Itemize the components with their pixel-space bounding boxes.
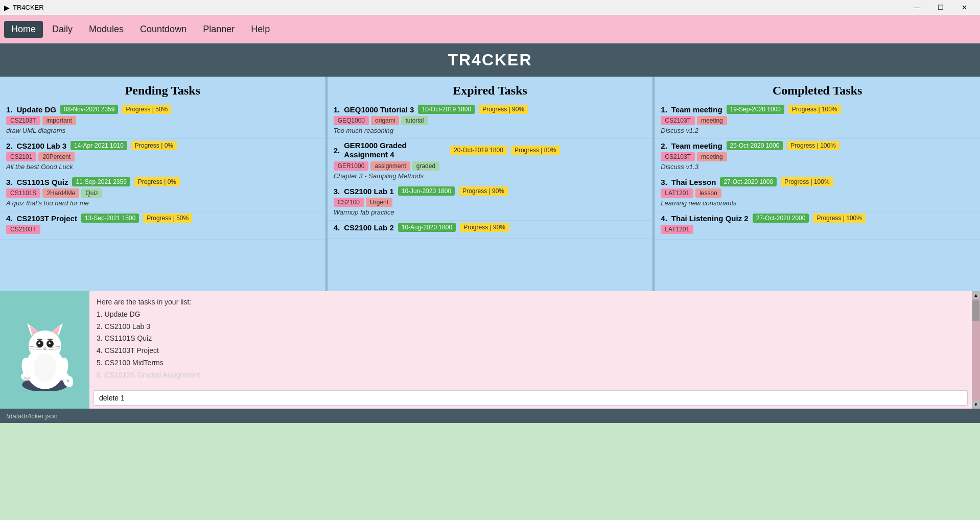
menu-item-modules[interactable]: Modules xyxy=(82,21,131,38)
scroll-up-button[interactable]: ▲ xyxy=(972,291,980,299)
scroll-track xyxy=(972,299,980,400)
pending-task-1: 1. Update DG 08-Nov-2020 2359 Progress |… xyxy=(0,103,325,139)
chat-item-2: 2. CS2100 Lab 3 xyxy=(97,321,965,333)
progress-badge: Progress | 90% xyxy=(460,223,509,232)
tag: GEQ1000 xyxy=(334,116,369,125)
chat-scrollbar[interactable]: ▲ ▼ xyxy=(972,291,980,409)
task-number: 1. xyxy=(6,105,13,114)
tag: origami xyxy=(371,116,399,125)
completed-column: Completed Tasks 1. Team meeting 19-Sep-2… xyxy=(655,77,980,291)
chat-item-6: 6. CS1010S Graded Assignment xyxy=(97,369,965,382)
progress-badge: Progress | 0% xyxy=(134,177,180,186)
close-button[interactable]: ✕ xyxy=(952,0,976,15)
pending-task-3: 3. CS1101S Quiz 11-Sep-2021 2359 Progres… xyxy=(0,175,325,211)
pending-task-2: 2. CS2100 Lab 3 14-Apr-2021 1010 Progres… xyxy=(0,139,325,175)
task-name: Team meeting xyxy=(671,141,722,150)
task-number: 1. xyxy=(334,105,340,114)
status-text: .\data\tr4cker.json xyxy=(5,412,58,420)
svg-point-10 xyxy=(49,342,51,344)
svg-point-18 xyxy=(34,353,56,382)
maximize-button[interactable]: ☐ xyxy=(929,0,952,15)
date-badge: 20-Oct-2019 1800 xyxy=(450,146,507,155)
tag: Urgent xyxy=(366,198,392,207)
tag: CS2103T xyxy=(661,152,695,161)
expired-task-2: 2. GER1000 Graded Assignment 4 20-Oct-20… xyxy=(328,139,653,184)
cat-figure xyxy=(12,309,78,391)
task-number: 3. xyxy=(334,187,340,196)
task-name: CS2100 Lab 3 xyxy=(17,141,67,150)
app-header: TR4CKER xyxy=(0,43,980,77)
menu-item-daily[interactable]: Daily xyxy=(45,21,80,38)
chat-item-3: 3. CS1101S Quiz xyxy=(97,333,965,345)
tag: Quiz xyxy=(81,188,102,198)
task-number: 3. xyxy=(661,178,667,186)
completed-task-2: 2. Team meeting 25-Oct-2020 1000 Progres… xyxy=(655,139,980,175)
svg-rect-12 xyxy=(48,339,53,340)
task-number: 4. xyxy=(661,214,667,223)
task-name: Thai Lesson xyxy=(671,178,716,186)
svg-point-25 xyxy=(28,377,31,379)
task-description: Warmup lab practice xyxy=(334,208,647,216)
progress-badge: Progress | 100% xyxy=(813,214,866,223)
progress-badge: Progress | 90% xyxy=(459,186,508,196)
task-description: All the best Good Luck xyxy=(6,163,319,171)
tag: lesson xyxy=(695,188,721,198)
date-badge: 11-Sep-2021 2359 xyxy=(72,177,130,186)
chat-input[interactable] xyxy=(94,390,968,406)
task-name: GER1000 Graded Assignment 4 xyxy=(344,141,446,159)
menu-item-planner[interactable]: Planner xyxy=(196,21,242,38)
pending-header: Pending Tasks xyxy=(0,77,325,103)
tag: CS2103T xyxy=(661,116,695,125)
tag: graded xyxy=(412,161,439,171)
progress-badge: Progress | 50% xyxy=(122,105,171,114)
progress-badge: Progress | 0% xyxy=(131,141,177,150)
menu-bar: Home Daily Modules Countdown Planner Hel… xyxy=(0,15,980,43)
tag: important xyxy=(42,116,76,125)
date-badge: 14-Apr-2021 1010 xyxy=(71,141,127,150)
expired-header: Expired Tasks xyxy=(328,77,653,103)
tag: CS2103T xyxy=(6,116,40,125)
minimize-button[interactable]: — xyxy=(905,0,929,15)
svg-point-13 xyxy=(43,347,46,349)
tag: LAT1201 xyxy=(661,225,693,234)
menu-item-home[interactable]: Home xyxy=(4,21,43,38)
task-number: 1. xyxy=(661,105,667,114)
expired-column: Expired Tasks 1. GEQ1000 Tutorial 3 10-O… xyxy=(328,77,655,291)
menu-item-help[interactable]: Help xyxy=(244,21,277,38)
pending-task-4: 4. CS2103T Project 13-Sep-2021 1500 Prog… xyxy=(0,211,325,240)
completed-task-1: 1. Team meeting 19-Sep-2020 1000 Progres… xyxy=(655,103,980,139)
menu-item-countdown[interactable]: Countdown xyxy=(133,21,194,38)
progress-badge: Progress | 90% xyxy=(479,105,528,114)
task-name: Update DG xyxy=(17,105,57,114)
task-number: 2. xyxy=(6,141,13,150)
task-name: GEQ1000 Tutorial 3 xyxy=(344,105,414,114)
tag: CS2101 xyxy=(6,152,36,161)
status-bar: .\data\tr4cker.json xyxy=(0,409,980,423)
tag: CS2100 xyxy=(334,198,364,207)
progress-badge: Progress | 100% xyxy=(781,177,833,186)
tag: meeting xyxy=(697,152,727,161)
scroll-thumb[interactable] xyxy=(972,300,979,321)
chat-input-row xyxy=(89,387,972,409)
date-badge: 10-Oct-2019 1800 xyxy=(418,105,475,114)
date-badge: 13-Sep-2021 1500 xyxy=(81,214,139,223)
tag: assignment xyxy=(370,161,410,171)
title-bar-controls: — ☐ ✕ xyxy=(905,0,976,15)
progress-badge: Progress | 100% xyxy=(788,105,841,114)
tag: tutorial xyxy=(401,116,428,125)
bottom-section: Here are the tasks in your list: 1. Upda… xyxy=(0,291,980,409)
task-name: CS2100 Lab 1 xyxy=(344,187,394,196)
title-bar: ▶ TR4CKER — ☐ ✕ xyxy=(0,0,980,15)
task-description: Discuss v1.2 xyxy=(661,127,974,134)
title-bar-title: TR4CKER xyxy=(13,4,44,11)
scroll-down-button[interactable]: ▼ xyxy=(972,400,980,409)
svg-rect-11 xyxy=(37,339,42,340)
date-badge: 27-Oct-2020 2000 xyxy=(753,214,809,223)
tag: 2Hard4Me xyxy=(42,188,79,198)
chat-output: Here are the tasks in your list: 1. Upda… xyxy=(89,291,972,387)
chat-item-1: 1. Update DG xyxy=(97,309,965,321)
date-badge: 10-Jun-2020 1800 xyxy=(398,186,455,196)
title-bar-left: ▶ TR4CKER xyxy=(4,4,44,12)
tag: GER1000 xyxy=(334,161,369,171)
task-description: Too much reasoning xyxy=(334,127,647,134)
